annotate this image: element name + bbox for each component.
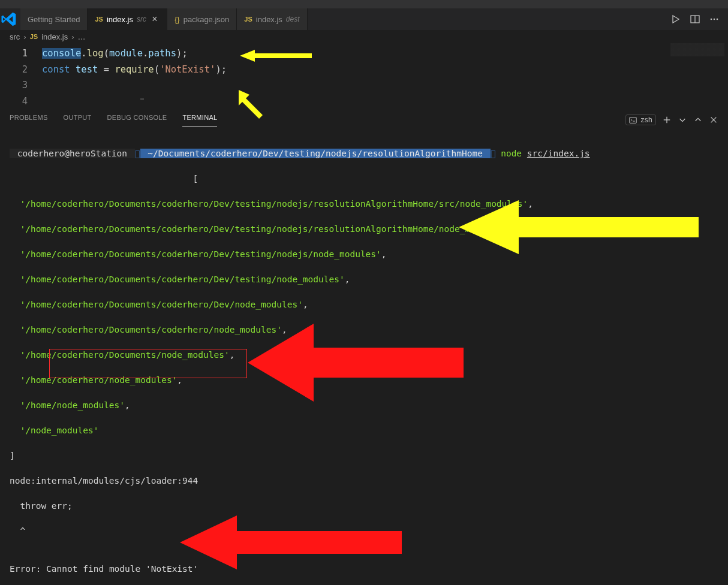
tab-label: index.js [107,15,133,24]
prompt-path: ~/Documents/coderhero/Dev/testing/nodejs… [140,149,491,158]
chevron-up-icon[interactable] [693,115,703,125]
tab-label: index.js [256,15,282,24]
terminal-line: Error: Cannot find module 'NotExist' [10,563,718,575]
tab-package-json[interactable]: {} package.json [167,8,237,30]
breadcrumb[interactable]: src › JS index.js › … [0,30,728,43]
terminal-line: throw err; [10,500,718,512]
svg-point-3 [714,19,715,20]
terminal-line: '/home/coderhero/Documents/coderhero/Dev… [10,298,718,311]
tab-problems[interactable]: PROBLEMS [10,114,48,126]
shell-name: zsh [640,116,652,124]
breadcrumb-item[interactable]: src [10,32,20,41]
titlebar [0,0,728,8]
split-editor-icon[interactable] [690,14,700,25]
terminal-line: '/home/coderhero/Documents/coderhero/nod… [10,324,718,336]
chevron-right-icon: › [71,32,74,41]
tab-terminal[interactable]: TERMINAL [182,114,217,126]
terminal-line: '/home/coderhero/Documents/coderhero/Dev… [10,248,718,261]
terminal-line: '/home/coderhero/Documents/coderhero/Dev… [10,198,718,210]
terminal-arg: src/index.js [527,149,590,158]
terminal-line: ^ [10,525,718,538]
terminal-line: '/node_modules' [10,424,718,437]
terminal-line: '/home/coderhero/Documents/coderhero/Dev… [10,223,718,236]
terminal-line: [ [10,173,718,185]
terminal-line: node:internal/modules/cjs/loader:944 [10,475,718,487]
svg-rect-5 [630,117,636,123]
close-icon[interactable] [709,115,718,125]
tab-label: Getting Started [28,15,80,24]
vscode-logo-icon [0,8,18,30]
terminal-output[interactable]: coderhero@heroStation  ~/Documents/code… [0,130,728,585]
terminal-line: '/home/coderhero/Documents/node_modules'… [10,349,718,361]
tab-getting-started[interactable]: Getting Started [20,8,88,30]
chevron-down-icon[interactable] [678,115,687,125]
svg-point-2 [711,19,712,20]
javascript-icon: JS [30,33,38,40]
code-line[interactable]: const test = require('NotExist'); [42,62,728,78]
minimap[interactable] [670,43,724,97]
panel-header: PROBLEMS OUTPUT DEBUG CONSOLE TERMINAL z… [0,109,728,130]
terminal-line: '/home/coderhero/Documents/coderhero/Dev… [10,273,718,286]
shell-selector[interactable]: zsh [625,114,656,125]
prompt-separator:  [135,149,140,158]
breadcrumb-item[interactable]: … [78,32,86,41]
json-icon: {} [175,15,180,24]
tab-index-js-dest[interactable]: JS index.js dest [237,8,307,30]
editor-toolbar [670,8,728,30]
close-icon[interactable]: × [150,14,160,25]
tab-qualifier: src [137,15,146,23]
terminal-line: ] [10,450,718,462]
javascript-icon: JS [244,16,252,23]
run-icon[interactable] [670,14,681,25]
editor-tabstrip: Getting Started JS index.js src × {} pac… [0,8,728,30]
more-icon[interactable] [709,14,720,25]
tab-index-js-src[interactable]: JS index.js src × [88,8,167,30]
prompt-user: coderhero@heroStation [10,149,135,158]
tab-debug-console[interactable]: DEBUG CONSOLE [107,114,167,126]
chevron-right-icon: › [23,32,26,41]
breadcrumb-item[interactable]: index.js [41,32,68,41]
javascript-icon: JS [95,16,103,23]
code-line[interactable]: console.log(module.paths); [42,46,728,62]
tab-qualifier: dest [286,15,300,23]
terminal-line: '/home/coderhero/node_modules', [10,374,718,387]
terminal-line: '/home/node_modules', [10,399,718,412]
code-area[interactable]: console.log(module.paths); const test = … [42,46,728,109]
terminal-toolbar: zsh [625,114,718,125]
prompt-separator:  [491,149,496,158]
svg-point-4 [717,19,718,20]
tab-label: package.json [183,15,230,24]
code-editor[interactable]: 1 2 3 4 console.log(module.paths); const… [0,43,728,109]
line-number-gutter: 1 2 3 4 [0,46,42,109]
new-terminal-icon[interactable] [662,115,672,125]
tab-output[interactable]: OUTPUT [64,114,92,126]
terminal-command: node [501,149,522,158]
